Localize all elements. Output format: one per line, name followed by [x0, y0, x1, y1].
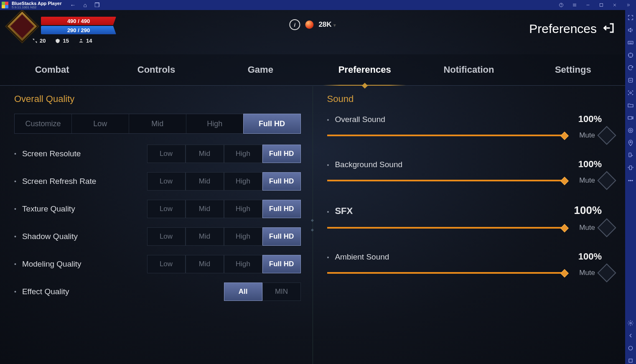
- mute-label: Mute: [579, 176, 595, 185]
- page-title: Preferences: [529, 22, 597, 36]
- close-button[interactable]: [608, 0, 621, 10]
- stat-3: 14: [78, 38, 92, 44]
- exit-icon[interactable]: [603, 22, 615, 36]
- volume-slider[interactable]: [327, 272, 567, 274]
- quality-preset-toggle: CustomizeLowMidHighFull HD: [14, 114, 301, 134]
- more-icon[interactable]: [627, 177, 634, 184]
- quality-option[interactable]: Full HD: [262, 200, 301, 218]
- section-title-quality: Overall Quality: [14, 94, 301, 104]
- folder-icon[interactable]: [627, 102, 634, 109]
- preset-high[interactable]: High: [186, 114, 244, 133]
- quality-option[interactable]: Mid: [186, 172, 224, 191]
- shake-icon[interactable]: [627, 165, 634, 171]
- apk-icon[interactable]: [627, 77, 634, 84]
- nav-home-icon[interactable]: [627, 345, 634, 351]
- nav-back-icon[interactable]: [627, 332, 634, 339]
- quality-row-label: Modeling Quality: [14, 260, 147, 269]
- svg-rect-7: [628, 117, 632, 120]
- keyboard-icon[interactable]: [627, 39, 634, 46]
- preset-mid[interactable]: Mid: [129, 114, 186, 133]
- app-version: 5.9.11.1001 N32: [12, 6, 61, 9]
- quality-option[interactable]: Full HD: [262, 255, 301, 273]
- sound-label: Background Sound: [335, 160, 402, 169]
- fullscreen-icon[interactable]: [627, 14, 634, 21]
- quality-row-label: Texture Quality: [14, 204, 147, 214]
- tab-notification[interactable]: Notification: [417, 54, 521, 85]
- preset-full-hd[interactable]: Full HD: [243, 114, 301, 134]
- volume-slider[interactable]: [327, 227, 567, 229]
- mute-label: Mute: [579, 269, 595, 277]
- quality-option[interactable]: Low: [147, 255, 186, 273]
- record-icon[interactable]: [627, 115, 634, 121]
- svg-rect-2: [600, 4, 603, 7]
- tab-preferences[interactable]: Preferences: [313, 54, 417, 85]
- quality-option[interactable]: Low: [147, 145, 186, 163]
- svg-point-15: [632, 180, 633, 181]
- quality-row-label: Shadow Quality: [14, 232, 147, 241]
- svg-rect-18: [629, 359, 632, 362]
- quality-option[interactable]: All: [224, 283, 262, 301]
- back-icon[interactable]: ←: [70, 2, 76, 8]
- quality-option[interactable]: Mid: [186, 145, 224, 163]
- home-icon[interactable]: ⌂: [83, 2, 86, 8]
- lock-pointer-icon[interactable]: [627, 52, 634, 59]
- quality-option[interactable]: Mid: [186, 200, 224, 218]
- tab-combat[interactable]: Combat: [0, 54, 104, 85]
- mute-checkbox[interactable]: [597, 263, 616, 282]
- hamburger-icon[interactable]: [568, 0, 581, 10]
- section-title-sound: Sound: [327, 94, 614, 104]
- currency-amount[interactable]: 28K▾: [318, 20, 336, 29]
- info-icon[interactable]: i: [289, 19, 300, 30]
- minimize-button[interactable]: [582, 0, 594, 10]
- quality-option[interactable]: High: [224, 227, 262, 246]
- mute-checkbox[interactable]: [597, 218, 616, 237]
- volume-slider[interactable]: [327, 180, 567, 181]
- quality-option[interactable]: High: [224, 172, 262, 191]
- stat-1: 20: [32, 38, 46, 44]
- tab-controls[interactable]: Controls: [104, 54, 208, 85]
- rotate-icon[interactable]: [627, 152, 634, 159]
- quality-option[interactable]: Mid: [186, 255, 224, 273]
- sound-value: 100%: [578, 114, 602, 125]
- sync-icon[interactable]: [627, 64, 634, 71]
- maximize-button[interactable]: [595, 0, 608, 10]
- collapse-sidebar-icon[interactable]: [622, 0, 634, 10]
- quality-option[interactable]: MIN: [262, 283, 301, 301]
- quality-option[interactable]: Full HD: [262, 145, 301, 163]
- sound-value: 100%: [578, 159, 602, 170]
- quality-option[interactable]: Mid: [186, 227, 224, 246]
- quality-option[interactable]: High: [224, 255, 262, 273]
- svg-rect-11: [629, 153, 631, 157]
- svg-rect-12: [629, 166, 631, 170]
- help-icon[interactable]: [555, 0, 567, 10]
- svg-point-17: [628, 346, 632, 350]
- sound-label: Ambient Sound: [335, 252, 389, 262]
- quality-option[interactable]: Full HD: [262, 227, 301, 246]
- tab-settings[interactable]: Settings: [521, 54, 625, 85]
- gear-icon[interactable]: [627, 320, 634, 326]
- mute-checkbox[interactable]: [597, 171, 616, 190]
- nav-recents-icon[interactable]: [627, 357, 634, 364]
- quality-option[interactable]: Full HD: [262, 172, 301, 191]
- quality-option[interactable]: Low: [147, 227, 186, 246]
- svg-rect-3: [628, 41, 633, 44]
- preset-low[interactable]: Low: [72, 114, 129, 133]
- macro-icon[interactable]: [627, 127, 634, 134]
- quality-option[interactable]: Low: [147, 172, 186, 191]
- quality-option[interactable]: Low: [147, 200, 186, 218]
- mp-bar: 290 / 290: [41, 26, 116, 34]
- quality-option[interactable]: High: [224, 200, 262, 218]
- svg-point-10: [630, 141, 631, 143]
- mute-label: Mute: [579, 131, 595, 140]
- screenshot-icon[interactable]: [627, 89, 634, 96]
- volume-icon[interactable]: [627, 27, 634, 33]
- quality-option[interactable]: High: [224, 145, 262, 163]
- volume-slider[interactable]: [327, 135, 567, 136]
- recents-icon[interactable]: ❐: [94, 2, 100, 8]
- pane-quality: Overall Quality CustomizeLowMidHighFull …: [0, 86, 313, 364]
- game-viewport: 490 / 490 290 / 290 20 15 14 i 28K▾ Pref…: [0, 10, 625, 364]
- tab-game[interactable]: Game: [209, 54, 313, 85]
- mute-checkbox[interactable]: [597, 126, 616, 145]
- preset-customize[interactable]: Customize: [15, 114, 72, 133]
- location-icon[interactable]: [627, 140, 634, 146]
